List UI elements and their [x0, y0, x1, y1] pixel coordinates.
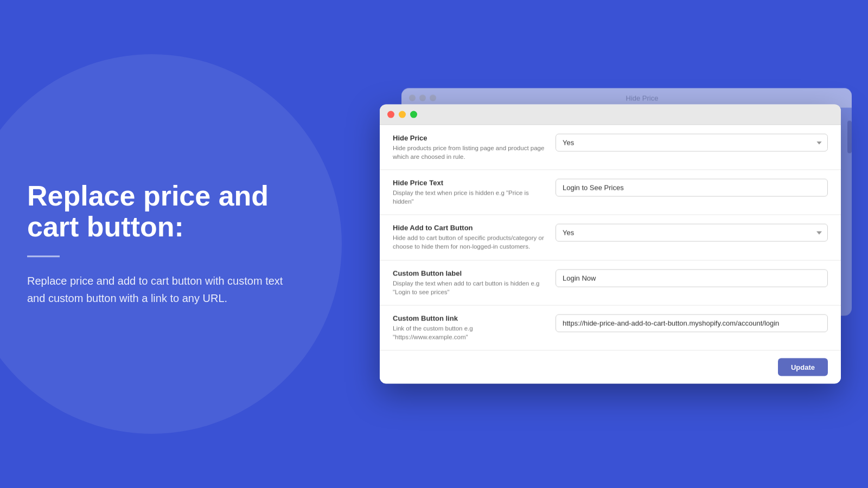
update-button[interactable]: Update: [778, 358, 828, 376]
control-custom-button-link: [556, 314, 828, 332]
form-row-hide-price: Hide Price Hide products price from list…: [380, 125, 841, 170]
form-row-custom-button-link: Custom Button link Link of the custom bu…: [380, 305, 841, 350]
bg-window-title: Hide Price: [626, 94, 659, 102]
control-hide-price: Yes No: [556, 134, 828, 152]
window-body: Hide Price Hide products price from list…: [380, 125, 841, 350]
control-hide-price-text: [556, 179, 828, 197]
right-area: Hide Price Hide Price Hide products pric…: [380, 105, 841, 384]
desc-hide-cart: Hide add to cart button of specific prod…: [393, 234, 545, 251]
window-footer: Update: [380, 350, 841, 383]
divider: [27, 256, 60, 258]
main-heading: Replace price and cart button:: [27, 181, 298, 242]
label-group-custom-button-link: Custom Button link Link of the custom bu…: [393, 314, 545, 341]
scrollbar-accent: [847, 121, 852, 153]
form-row-custom-button-label: Custom Button label Display the text whe…: [380, 260, 841, 305]
bg-dot-2: [419, 95, 426, 101]
control-custom-button-label: [556, 269, 828, 287]
desc-custom-button-link: Link of the custom button e.g "https://w…: [393, 324, 545, 341]
desc-custom-button-label: Display the text when add to cart button…: [393, 279, 545, 296]
control-hide-cart: Yes No: [556, 224, 828, 242]
bg-dot-1: [409, 95, 416, 101]
bg-dot-3: [430, 95, 436, 101]
label-group-custom-button-label: Custom Button label Display the text whe…: [393, 269, 545, 296]
select-hide-price[interactable]: Yes No: [556, 134, 828, 152]
input-custom-button-link[interactable]: [556, 314, 828, 332]
form-row-hide-price-text: Hide Price Text Display the text when pr…: [380, 170, 841, 215]
window-titlebar: [380, 105, 841, 125]
left-panel: Replace price and cart button: Replace p…: [27, 181, 298, 307]
label-group-hide-price: Hide Price Hide products price from list…: [393, 134, 545, 161]
description-text: Replace price and add to cart button wit…: [27, 273, 298, 307]
form-row-hide-cart: Hide Add to Cart Button Hide add to cart…: [380, 215, 841, 260]
input-hide-price-text[interactable]: [556, 179, 828, 197]
dot-minimize[interactable]: [399, 111, 406, 118]
main-window: Hide Price Hide products price from list…: [380, 105, 841, 384]
dot-close[interactable]: [387, 111, 394, 118]
label-hide-cart: Hide Add to Cart Button: [393, 224, 545, 232]
desc-hide-price-text: Display the text when price is hidden e.…: [393, 189, 545, 206]
label-group-hide-price-text: Hide Price Text Display the text when pr…: [393, 179, 545, 206]
label-custom-button-label: Custom Button label: [393, 269, 545, 277]
desc-hide-price: Hide products price from listing page an…: [393, 144, 545, 161]
input-custom-button-label[interactable]: [556, 269, 828, 287]
label-custom-button-link: Custom Button link: [393, 314, 545, 322]
dot-maximize[interactable]: [410, 111, 417, 118]
label-hide-price-text: Hide Price Text: [393, 179, 545, 187]
select-hide-cart[interactable]: Yes No: [556, 224, 828, 242]
label-group-hide-cart: Hide Add to Cart Button Hide add to cart…: [393, 224, 545, 251]
label-hide-price: Hide Price: [393, 134, 545, 142]
